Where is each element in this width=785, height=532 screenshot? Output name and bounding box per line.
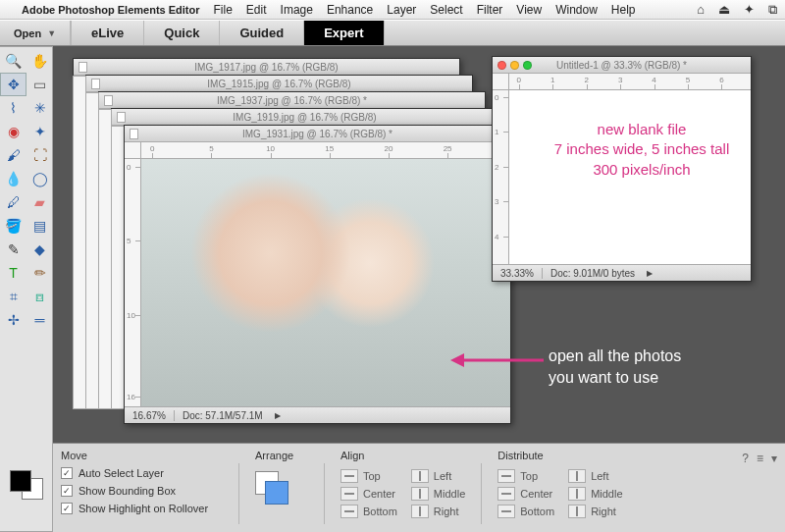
ruler-horizontal[interactable]: 0 1 2 3 4 5 6 [509,74,751,90]
clone-stamp-tool[interactable]: ⛶ [26,143,53,167]
whiten-teeth-tool[interactable]: ✦ [26,120,53,143]
hand-tool[interactable]: ✋ [26,49,53,73]
mac-menubar: Adobe Photoshop Elements Editor File Edi… [0,0,785,20]
zoom-value[interactable]: 33.33% [493,268,543,279]
marquee-tool[interactable]: ▭ [26,73,53,96]
document-status-bar: 16.67% Doc: 57.1M/57.1M ▶ [125,406,510,423]
align-right-button[interactable]: Right [411,505,465,518]
tool-options-panel: Move ✓Auto Select Layer ✓Show Bounding B… [53,443,785,532]
chevron-down-icon: ▼ [47,28,56,38]
document-window[interactable]: IMG_1917.jpg @ 16.7% (RGB/8) [73,58,460,76]
panel-section-arrange: Arrange [255,450,308,461]
document-window[interactable]: IMG_1919.jpg @ 16.7% (RGB/8) [111,108,498,126]
arrow-right-icon[interactable]: ▶ [275,411,281,420]
document-window-front[interactable]: IMG_1931.jpg @ 16.7% (RGB/8) * 0 5 10 15… [124,125,511,424]
type-tool[interactable]: T [0,261,26,285]
svg-marker-1 [450,353,464,367]
menu-file[interactable]: File [214,3,233,17]
distribute-left-button[interactable]: Left [568,469,622,483]
straighten-tool[interactable]: ═ [26,308,53,332]
menu-help[interactable]: Help [611,3,636,17]
show-highlight-rollover-checkbox[interactable]: ✓Show Highlight on Rollover [61,503,223,514]
align-center-button[interactable]: Center [340,487,397,501]
content-aware-tool[interactable]: ✢ [0,308,26,332]
document-window[interactable]: IMG_1915.jpg @ 16.7% (RGB/8) [85,75,473,92]
document-icon [130,129,138,139]
ruler-stack-peek [73,76,86,409]
menu-window[interactable]: Window [555,3,598,17]
zoom-value[interactable]: 16.67% [125,410,175,421]
menu-layer[interactable]: Layer [387,3,416,17]
sponge-tool[interactable]: ◯ [26,167,53,190]
sys-icon-1[interactable]: ⏏ [718,2,730,17]
ruler-stack-peek [98,109,112,409]
open-button[interactable]: Open ▼ [0,21,71,45]
foreground-color-swatch[interactable] [10,470,31,492]
color-swatches[interactable] [10,470,43,500]
collapse-panel-icon[interactable]: ▾ [771,452,777,465]
document-window[interactable]: IMG_1937.jpg @ 16.7% (RGB/8) * [98,91,486,109]
distribute-top-button[interactable]: Top [497,469,554,483]
eraser-tool[interactable]: ▰ [26,190,53,214]
menu-edit[interactable]: Edit [246,3,267,17]
document-icon [117,112,126,123]
arrow-left-icon [450,350,544,370]
ruler-horizontal[interactable]: 0 5 10 15 20 25 30 [141,142,510,159]
tab-expert[interactable]: Expert [303,21,383,45]
minimize-icon[interactable] [510,61,519,70]
zoom-icon[interactable] [523,61,532,70]
menu-enhance[interactable]: Enhance [327,3,373,17]
arrow-right-icon[interactable]: ▶ [647,269,653,278]
redeye-tool[interactable]: ◉ [0,120,26,143]
align-top-button[interactable]: Top [340,469,397,483]
document-icon [78,62,87,73]
align-left-button[interactable]: Left [411,469,465,483]
document-icon [104,95,113,106]
dropbox-icon[interactable]: ⌂ [697,2,705,17]
sys-icon-3[interactable]: ⧉ [768,2,777,18]
close-icon[interactable] [497,61,506,70]
pencil-tool[interactable]: ✏ [26,261,53,285]
menu-filter[interactable]: Filter [477,3,503,17]
doc-size-info[interactable]: Doc: 9.01M/0 bytes [543,268,643,279]
document-title: IMG_1931.jpg @ 16.7% (RGB/8) * [242,129,392,139]
shape-tool[interactable]: ◆ [26,238,53,261]
menu-image[interactable]: Image [281,3,313,17]
ruler-vertical[interactable]: 0 1 2 3 4 [493,90,509,264]
crop-tool[interactable]: ⌗ [0,285,26,308]
document-title: Untitled-1 @ 33.3% (RGB/8) * [556,60,687,71]
quick-select-tool[interactable]: ✳ [26,96,53,120]
doc-size-info[interactable]: Doc: 57.1M/57.1M [175,410,271,421]
show-bounding-box-checkbox[interactable]: ✓Show Bounding Box [61,485,223,497]
lasso-tool[interactable]: ⌇ [0,96,26,120]
distribute-bottom-button[interactable]: Bottom [497,505,554,518]
brush-tool[interactable]: 🖌 [0,143,26,167]
auto-select-layer-checkbox[interactable]: ✓Auto Select Layer [61,467,223,479]
align-bottom-button[interactable]: Bottom [340,505,397,518]
recompose-tool[interactable]: ⧈ [26,285,53,308]
app-title[interactable]: Adobe Photoshop Elements Editor [22,4,200,16]
blur-tool[interactable]: 💧 [0,167,26,190]
distribute-right-button[interactable]: Right [568,505,622,518]
tab-quick[interactable]: Quick [143,21,219,45]
gradient-tool[interactable]: ▤ [26,214,53,238]
eyedropper-tool[interactable]: ✎ [0,238,26,261]
distribute-center-button[interactable]: Center [497,487,554,501]
menu-view[interactable]: View [516,3,542,17]
help-icon[interactable]: ? [742,452,749,465]
tab-elive[interactable]: eLive [71,21,143,45]
tab-guided[interactable]: Guided [219,21,303,45]
ruler-vertical[interactable]: 0 5 10 16 [125,159,141,406]
distribute-middle-button[interactable]: Middle [568,487,622,501]
move-tool[interactable]: ✥ [0,73,26,96]
impressionist-tool[interactable]: 🖊 [0,190,26,214]
arrange-button[interactable] [255,471,288,505]
panel-menu-icon[interactable]: ≡ [757,452,763,465]
sys-icon-2[interactable]: ✦ [744,2,755,17]
zoom-tool[interactable]: 🔍 [0,49,26,73]
align-middle-button[interactable]: Middle [411,487,465,501]
toolbox: 🔍 ✋ ✥ ▭ ⌇ ✳ ◉ ✦ 🖌 ⛶ 💧 ◯ 🖊 ▰ 🪣 ▤ ✎ ◆ T ✏ … [0,46,53,532]
paint-bucket-tool[interactable]: 🪣 [0,214,26,238]
menu-select[interactable]: Select [430,3,462,17]
options-bar: Open ▼ eLive Quick Guided Expert [0,20,785,46]
